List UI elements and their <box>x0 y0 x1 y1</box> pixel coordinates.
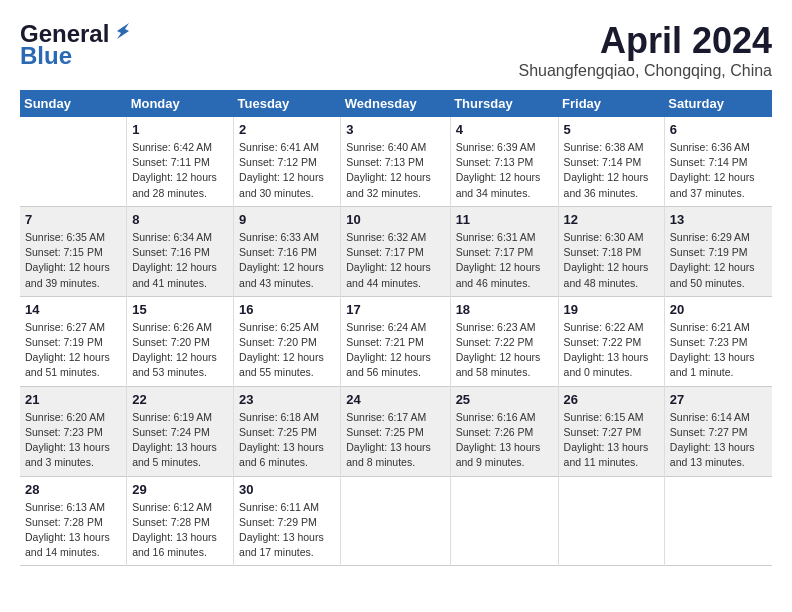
calendar-cell <box>664 476 772 566</box>
calendar-cell: 21Sunrise: 6:20 AMSunset: 7:23 PMDayligh… <box>20 386 127 476</box>
calendar-cell: 11Sunrise: 6:31 AMSunset: 7:17 PMDayligh… <box>450 206 558 296</box>
month-title: April 2024 <box>518 20 772 62</box>
day-info: Sunrise: 6:26 AMSunset: 7:20 PMDaylight:… <box>132 320 228 381</box>
week-row-2: 7Sunrise: 6:35 AMSunset: 7:15 PMDaylight… <box>20 206 772 296</box>
calendar-cell: 6Sunrise: 6:36 AMSunset: 7:14 PMDaylight… <box>664 117 772 206</box>
calendar-cell: 2Sunrise: 6:41 AMSunset: 7:12 PMDaylight… <box>234 117 341 206</box>
day-number: 2 <box>239 122 335 137</box>
day-number: 30 <box>239 482 335 497</box>
week-row-3: 14Sunrise: 6:27 AMSunset: 7:19 PMDayligh… <box>20 296 772 386</box>
calendar-cell: 30Sunrise: 6:11 AMSunset: 7:29 PMDayligh… <box>234 476 341 566</box>
calendar-cell: 29Sunrise: 6:12 AMSunset: 7:28 PMDayligh… <box>127 476 234 566</box>
calendar-cell: 4Sunrise: 6:39 AMSunset: 7:13 PMDaylight… <box>450 117 558 206</box>
day-info: Sunrise: 6:39 AMSunset: 7:13 PMDaylight:… <box>456 140 553 201</box>
day-number: 28 <box>25 482 121 497</box>
day-header-tuesday: Tuesday <box>234 90 341 117</box>
day-number: 17 <box>346 302 444 317</box>
calendar-cell: 3Sunrise: 6:40 AMSunset: 7:13 PMDaylight… <box>341 117 450 206</box>
day-info: Sunrise: 6:17 AMSunset: 7:25 PMDaylight:… <box>346 410 444 471</box>
calendar-cell: 28Sunrise: 6:13 AMSunset: 7:28 PMDayligh… <box>20 476 127 566</box>
calendar-cell: 9Sunrise: 6:33 AMSunset: 7:16 PMDaylight… <box>234 206 341 296</box>
calendar-cell: 20Sunrise: 6:21 AMSunset: 7:23 PMDayligh… <box>664 296 772 386</box>
calendar-cell: 13Sunrise: 6:29 AMSunset: 7:19 PMDayligh… <box>664 206 772 296</box>
day-info: Sunrise: 6:11 AMSunset: 7:29 PMDaylight:… <box>239 500 335 561</box>
page-header: General Blue April 2024 Shuangfengqiao, … <box>20 20 772 80</box>
calendar-cell: 27Sunrise: 6:14 AMSunset: 7:27 PMDayligh… <box>664 386 772 476</box>
calendar-cell: 19Sunrise: 6:22 AMSunset: 7:22 PMDayligh… <box>558 296 664 386</box>
location-title: Shuangfengqiao, Chongqing, China <box>518 62 772 80</box>
calendar-cell <box>20 117 127 206</box>
calendar-cell: 8Sunrise: 6:34 AMSunset: 7:16 PMDaylight… <box>127 206 234 296</box>
day-info: Sunrise: 6:40 AMSunset: 7:13 PMDaylight:… <box>346 140 444 201</box>
day-info: Sunrise: 6:12 AMSunset: 7:28 PMDaylight:… <box>132 500 228 561</box>
day-info: Sunrise: 6:21 AMSunset: 7:23 PMDaylight:… <box>670 320 767 381</box>
day-info: Sunrise: 6:29 AMSunset: 7:19 PMDaylight:… <box>670 230 767 291</box>
calendar-cell: 14Sunrise: 6:27 AMSunset: 7:19 PMDayligh… <box>20 296 127 386</box>
day-info: Sunrise: 6:34 AMSunset: 7:16 PMDaylight:… <box>132 230 228 291</box>
day-info: Sunrise: 6:32 AMSunset: 7:17 PMDaylight:… <box>346 230 444 291</box>
day-header-friday: Friday <box>558 90 664 117</box>
calendar-cell: 18Sunrise: 6:23 AMSunset: 7:22 PMDayligh… <box>450 296 558 386</box>
day-info: Sunrise: 6:41 AMSunset: 7:12 PMDaylight:… <box>239 140 335 201</box>
week-row-1: 1Sunrise: 6:42 AMSunset: 7:11 PMDaylight… <box>20 117 772 206</box>
day-number: 15 <box>132 302 228 317</box>
calendar-table: SundayMondayTuesdayWednesdayThursdayFrid… <box>20 90 772 566</box>
day-number: 16 <box>239 302 335 317</box>
day-info: Sunrise: 6:13 AMSunset: 7:28 PMDaylight:… <box>25 500 121 561</box>
day-number: 8 <box>132 212 228 227</box>
day-info: Sunrise: 6:27 AMSunset: 7:19 PMDaylight:… <box>25 320 121 381</box>
day-info: Sunrise: 6:38 AMSunset: 7:14 PMDaylight:… <box>564 140 659 201</box>
day-number: 4 <box>456 122 553 137</box>
day-number: 18 <box>456 302 553 317</box>
day-info: Sunrise: 6:35 AMSunset: 7:15 PMDaylight:… <box>25 230 121 291</box>
day-info: Sunrise: 6:23 AMSunset: 7:22 PMDaylight:… <box>456 320 553 381</box>
day-header-sunday: Sunday <box>20 90 127 117</box>
day-number: 27 <box>670 392 767 407</box>
day-number: 12 <box>564 212 659 227</box>
day-number: 19 <box>564 302 659 317</box>
day-info: Sunrise: 6:31 AMSunset: 7:17 PMDaylight:… <box>456 230 553 291</box>
svg-marker-0 <box>117 23 129 39</box>
day-header-wednesday: Wednesday <box>341 90 450 117</box>
title-block: April 2024 Shuangfengqiao, Chongqing, Ch… <box>518 20 772 80</box>
calendar-cell: 24Sunrise: 6:17 AMSunset: 7:25 PMDayligh… <box>341 386 450 476</box>
day-number: 6 <box>670 122 767 137</box>
calendar-cell <box>341 476 450 566</box>
calendar-cell: 12Sunrise: 6:30 AMSunset: 7:18 PMDayligh… <box>558 206 664 296</box>
day-number: 11 <box>456 212 553 227</box>
calendar-cell: 5Sunrise: 6:38 AMSunset: 7:14 PMDaylight… <box>558 117 664 206</box>
day-info: Sunrise: 6:22 AMSunset: 7:22 PMDaylight:… <box>564 320 659 381</box>
day-number: 14 <box>25 302 121 317</box>
day-info: Sunrise: 6:25 AMSunset: 7:20 PMDaylight:… <box>239 320 335 381</box>
day-number: 22 <box>132 392 228 407</box>
day-number: 3 <box>346 122 444 137</box>
day-info: Sunrise: 6:24 AMSunset: 7:21 PMDaylight:… <box>346 320 444 381</box>
logo-blue: Blue <box>20 42 72 70</box>
week-row-4: 21Sunrise: 6:20 AMSunset: 7:23 PMDayligh… <box>20 386 772 476</box>
calendar-cell: 22Sunrise: 6:19 AMSunset: 7:24 PMDayligh… <box>127 386 234 476</box>
day-number: 10 <box>346 212 444 227</box>
calendar-cell <box>558 476 664 566</box>
calendar-cell: 15Sunrise: 6:26 AMSunset: 7:20 PMDayligh… <box>127 296 234 386</box>
day-number: 20 <box>670 302 767 317</box>
day-number: 24 <box>346 392 444 407</box>
week-row-5: 28Sunrise: 6:13 AMSunset: 7:28 PMDayligh… <box>20 476 772 566</box>
day-info: Sunrise: 6:16 AMSunset: 7:26 PMDaylight:… <box>456 410 553 471</box>
day-info: Sunrise: 6:18 AMSunset: 7:25 PMDaylight:… <box>239 410 335 471</box>
calendar-cell: 25Sunrise: 6:16 AMSunset: 7:26 PMDayligh… <box>450 386 558 476</box>
day-info: Sunrise: 6:30 AMSunset: 7:18 PMDaylight:… <box>564 230 659 291</box>
day-number: 5 <box>564 122 659 137</box>
day-number: 1 <box>132 122 228 137</box>
calendar-cell <box>450 476 558 566</box>
day-header-saturday: Saturday <box>664 90 772 117</box>
calendar-cell: 7Sunrise: 6:35 AMSunset: 7:15 PMDaylight… <box>20 206 127 296</box>
day-number: 13 <box>670 212 767 227</box>
day-number: 7 <box>25 212 121 227</box>
calendar-cell: 1Sunrise: 6:42 AMSunset: 7:11 PMDaylight… <box>127 117 234 206</box>
day-info: Sunrise: 6:20 AMSunset: 7:23 PMDaylight:… <box>25 410 121 471</box>
day-number: 21 <box>25 392 121 407</box>
day-number: 26 <box>564 392 659 407</box>
day-number: 23 <box>239 392 335 407</box>
calendar-cell: 16Sunrise: 6:25 AMSunset: 7:20 PMDayligh… <box>234 296 341 386</box>
calendar-cell: 26Sunrise: 6:15 AMSunset: 7:27 PMDayligh… <box>558 386 664 476</box>
